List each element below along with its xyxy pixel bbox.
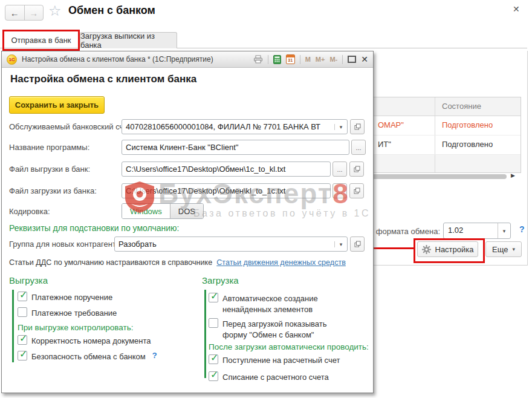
chevron-down-icon[interactable]: ▾	[498, 223, 510, 238]
checkbox-icon: ✓	[18, 351, 27, 360]
checkbox-label: Перед загрузкой показывать форму "Обмен …	[222, 318, 346, 340]
export-section-bar	[12, 290, 14, 362]
checkbox-icon: ✓	[209, 293, 218, 302]
encoding-windows-option[interactable]: Windows	[122, 204, 170, 218]
column-header-state[interactable]: Состояние	[442, 102, 481, 111]
account-field[interactable]: 40702810656000001084, ФИЛИАЛ № 7701 БАНК…	[122, 119, 348, 134]
checkbox-auto-create[interactable]: ✓ Автоматическое создание ненайденных эл…	[209, 293, 346, 315]
back-button[interactable]: ←	[5, 5, 24, 20]
documents-table: Состояние ОМАР" Подготовлено ИТ" Подгото…	[362, 97, 521, 173]
chevron-down-icon[interactable]: ▾	[334, 124, 347, 130]
account-open-button[interactable]	[350, 119, 365, 134]
chevron-down-icon[interactable]: ▾	[334, 241, 347, 247]
red-highlight-tab	[2, 30, 80, 51]
checkbox-label: Корректность номера документа	[31, 335, 151, 347]
red-callout-line	[369, 247, 415, 249]
checkbox-icon: ✓	[18, 292, 27, 301]
memory-mminus-button[interactable]: M-	[329, 56, 337, 63]
group-field[interactable]: Разобрать ▾	[114, 237, 348, 252]
column-divider	[435, 155, 435, 172]
horizontal-scrollbar[interactable]	[362, 174, 507, 179]
checkbox-post-receipt[interactable]: ✓ Поступление на расчетный счет	[209, 354, 340, 366]
program-choose-button[interactable]: ...	[351, 140, 366, 155]
checkbox-payment-order[interactable]: ✓ Платежное поручение	[18, 292, 112, 303]
dds-text: Статьи ДДС по умолчанию настраиваются в …	[9, 258, 212, 267]
checkbox-post-writeoff[interactable]: ✓ Списание с расчетного счета	[209, 371, 329, 383]
dialog-titlebar[interactable]: 1С Настройка обмена с клиентом банка * (…	[2, 51, 373, 68]
export-file-field[interactable]: C:\Users\office17\Desktop\Обмен\1c_to_kl…	[122, 161, 331, 177]
save-and-close-button[interactable]: Сохранить и закрыть	[9, 96, 105, 114]
encoding-dos-option[interactable]: DOS	[170, 204, 203, 218]
dds-row: Статьи ДДС по умолчанию настраиваются в …	[9, 258, 346, 267]
help-icon[interactable]: ?	[152, 351, 157, 360]
app-close-icon[interactable]: ✕	[513, 4, 520, 14]
group-open-button[interactable]	[350, 237, 365, 252]
row-state: Подготовлено	[442, 140, 493, 149]
checkbox-show-form[interactable]: Перед загрузкой показывать форму "Обмен …	[209, 318, 346, 340]
ellipsis-icon: ...	[355, 144, 361, 151]
export-section-title: Выгрузка	[9, 275, 48, 285]
program-label: Название программы:	[9, 143, 89, 152]
open-form-icon	[354, 123, 361, 130]
memory-m-button[interactable]: M	[305, 56, 311, 63]
import-file-choose-button[interactable]: ...	[332, 183, 347, 198]
row-name: ИТ"	[378, 140, 391, 149]
checkbox-icon: ✓	[209, 354, 218, 364]
checkbox-label: Платежное поручение	[31, 292, 112, 303]
check-icon: ✓	[210, 290, 218, 302]
import-file-open-button[interactable]	[349, 183, 364, 198]
dialog-heading: Настройка обмена с клиентом банка	[10, 73, 196, 85]
bank-client-settings-dialog: 1С Настройка обмена с клиентом банка * (…	[1, 51, 374, 393]
table-row[interactable]: ИТ" Подготовлено	[362, 135, 521, 155]
calculator-icon[interactable]	[273, 55, 281, 64]
ellipsis-icon: ...	[337, 166, 342, 173]
group-value: Разобрать	[115, 240, 334, 249]
exchange-format-field[interactable]: 1.02 ▾	[443, 223, 511, 239]
tab-load-statement[interactable]: Загрузка выписки из банка	[80, 32, 177, 48]
checkbox-icon	[18, 307, 27, 317]
checkbox-icon: ✓	[18, 335, 27, 345]
memory-mplus-button[interactable]: M+	[316, 56, 325, 63]
forward-arrow-icon: →	[29, 8, 38, 18]
export-file-label: Файл выгрузки в банк:	[9, 165, 90, 174]
more-button-label: Еще	[492, 245, 508, 254]
back-arrow-icon: ←	[10, 8, 19, 18]
table-row[interactable]: ОМАР" Подготовлено	[362, 116, 521, 135]
separator	[342, 55, 343, 64]
checkbox-label: Поступление на расчетный счет	[222, 354, 340, 366]
import-file-field[interactable]: C:\Users\office17\Desktop\Обмен\kl_to_1c…	[122, 183, 331, 198]
checkbox-number-correctness[interactable]: ✓ Корректность номера документа	[18, 335, 151, 347]
scroll-right-icon[interactable]: ▶	[511, 172, 515, 178]
more-button[interactable]: Еще ▾	[485, 241, 522, 257]
checkbox-label: Списание с расчетного счета	[222, 371, 329, 383]
chevron-down-icon: ▾	[512, 246, 515, 252]
favorite-star-icon[interactable]: ☆	[48, 2, 62, 19]
exchange-format-value: 1.02	[444, 223, 498, 238]
checkbox-label: Платежное требование	[31, 307, 117, 319]
import-section-bar	[204, 290, 206, 378]
settings-button-label: Настройка	[435, 245, 474, 254]
checkbox-payment-request[interactable]: Платежное требование	[18, 307, 117, 319]
open-form-icon	[354, 188, 360, 194]
export-file-open-button[interactable]	[349, 161, 364, 177]
settings-button[interactable]: Настройка	[417, 241, 478, 257]
program-field[interactable]: Система Клиент-Банк "BClient"	[122, 140, 349, 155]
row-name: ОМАР"	[378, 120, 404, 129]
forward-button[interactable]: →	[24, 5, 44, 20]
row-state: Подготовлено	[442, 120, 493, 129]
dialog-close-icon[interactable]: ✕	[361, 54, 368, 64]
checkbox-label: Безопасность обмена с банком	[31, 351, 146, 362]
history-nav: ← →	[5, 5, 44, 21]
open-form-icon	[354, 241, 361, 247]
table-empty-row	[362, 155, 521, 172]
encoding-label: Кодировка:	[9, 207, 50, 216]
dds-link[interactable]: Статьи движения денежных средств	[216, 258, 346, 267]
maximize-icon[interactable]	[348, 56, 356, 63]
calendar-icon[interactable]: 31	[286, 54, 295, 64]
checkbox-exchange-security[interactable]: ✓ Безопасность обмена с банком ?	[18, 351, 157, 362]
help-icon[interactable]: ?	[519, 224, 525, 234]
table-header-row: Состояние	[362, 97, 521, 116]
separator	[300, 55, 300, 64]
export-file-choose-button[interactable]: ...	[332, 161, 347, 177]
printer-icon[interactable]	[253, 55, 263, 64]
